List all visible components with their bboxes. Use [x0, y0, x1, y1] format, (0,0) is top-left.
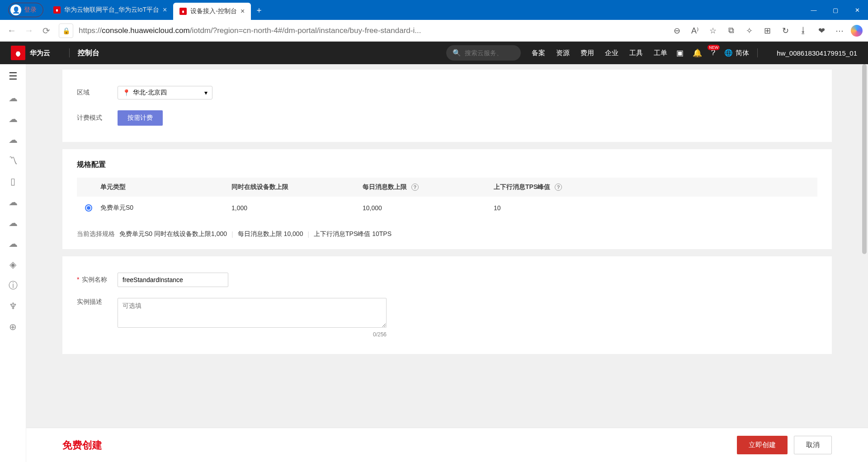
cloud-down-icon[interactable]: ☁: [7, 239, 19, 249]
device-icon[interactable]: ▯: [7, 176, 19, 186]
th-unit-type: 单元类型: [100, 183, 231, 191]
browser-tab-inactive[interactable]: 华为云物联网平台_华为云IoT平台 ×: [47, 0, 173, 20]
summary-seg: 上下行消息TPS峰值 10TPS: [314, 230, 392, 238]
instance-desc-textarea[interactable]: [118, 298, 387, 328]
panel-spec: 规格配置 单元类型 同时在线设备数上限 每日消息数上限 ? 上下行消息TPS峰值…: [62, 149, 832, 249]
create-button[interactable]: 立即创建: [737, 436, 788, 454]
close-icon[interactable]: ×: [241, 7, 245, 15]
collections-icon[interactable]: ⊞: [760, 26, 774, 36]
close-icon[interactable]: ×: [163, 6, 167, 14]
location-icon: 📍: [123, 89, 130, 96]
td-max-online: 1,000: [231, 204, 363, 212]
user-label[interactable]: hw_008618304179915_01: [777, 49, 857, 57]
tab-title: 设备接入-控制台: [190, 7, 237, 15]
panel-basic: 区域 📍华北-北京四 ▾ 计费模式 按需计费: [62, 70, 832, 142]
downloads-icon[interactable]: ⭳: [797, 26, 810, 35]
divider: [757, 48, 758, 57]
billing-label: 计费模式: [77, 114, 118, 122]
td-unit-type: 免费单元S0: [100, 204, 231, 212]
td-max-daily-msg: 10,000: [363, 204, 494, 212]
new-tab-button[interactable]: ＋: [251, 0, 267, 20]
globe-icon: 🌐: [724, 49, 733, 57]
cloud-dots-icon[interactable]: ☁: [7, 114, 19, 124]
spec-table-row[interactable]: 免费单元S0 1,000 10,000 10: [77, 197, 817, 219]
extensions-icon[interactable]: ❤: [815, 26, 828, 36]
footer-title: 免费创建: [62, 438, 102, 452]
nav-cost[interactable]: 费用: [580, 49, 594, 57]
chevron-down-icon: ▾: [204, 89, 208, 96]
nav-beian[interactable]: 备案: [532, 49, 545, 57]
nav-enterprise[interactable]: 企业: [605, 49, 618, 57]
globe-icon[interactable]: ⊕: [7, 322, 19, 332]
cancel-button[interactable]: 取消: [794, 436, 832, 454]
char-counter: 0/256: [118, 331, 387, 338]
monitor-icon[interactable]: 〽: [7, 156, 19, 165]
history-icon[interactable]: ↻: [778, 26, 792, 36]
cloud-search[interactable]: 🔍: [446, 45, 521, 61]
console-label[interactable]: 控制台: [78, 48, 99, 58]
browser-tab-strip: 👤 登录 华为云物联网平台_华为云IoT平台 × 设备接入-控制台 × ＋ ― …: [0, 0, 868, 20]
th-max-online: 同时在线设备数上限: [231, 183, 363, 191]
cloud-header: 华为云 控制台 🔍 备案 资源 费用 企业 工具 工单 ▣ 🔔 ?NEW 🌐 简…: [0, 42, 868, 64]
language-switch[interactable]: 🌐 简体: [724, 49, 749, 57]
window-minimize-icon[interactable]: ―: [803, 0, 825, 20]
more-icon[interactable]: ⋯: [833, 26, 846, 36]
help-icon[interactable]: ?NEW: [711, 48, 715, 57]
scrollbar[interactable]: [862, 64, 867, 428]
window-maximize-icon[interactable]: ▢: [825, 0, 846, 20]
split-screen-icon[interactable]: ⧉: [724, 26, 738, 35]
huawei-favicon-icon: [179, 8, 187, 15]
spec-title: 规格配置: [77, 160, 817, 170]
back-icon[interactable]: ←: [5, 25, 18, 36]
help-circle-icon[interactable]: ?: [555, 184, 562, 191]
cloud-up-icon[interactable]: ☁: [7, 218, 19, 228]
login-label: 登录: [24, 6, 37, 14]
network-icon[interactable]: ♆: [7, 301, 19, 311]
lang-label: 简体: [736, 49, 749, 57]
new-badge: NEW: [708, 45, 720, 50]
scrollbar-thumb[interactable]: [862, 64, 867, 254]
read-aloud-icon[interactable]: A⁾: [688, 26, 702, 36]
help-circle-icon[interactable]: ?: [411, 184, 419, 191]
login-pill[interactable]: 👤 登录: [8, 3, 43, 17]
terminal-icon[interactable]: ▣: [676, 48, 684, 58]
search-input[interactable]: [465, 49, 514, 57]
ip-icon[interactable]: ⓘ: [7, 280, 19, 290]
avatar-icon: 👤: [10, 5, 21, 15]
spec-table-head: 单元类型 同时在线设备数上限 每日消息数上限 ? 上下行消息TPS峰值 ?: [77, 178, 817, 197]
url-text: https://console.huaweicloud.com/iotdm/?r…: [79, 26, 421, 35]
copilot-icon[interactable]: [851, 25, 863, 37]
summary-seg: 免费单元S0 同时在线设备数上限1,000: [119, 230, 227, 238]
cloud-plain-icon[interactable]: ☁: [7, 197, 19, 207]
tab-title: 华为云物联网平台_华为云IoT平台: [64, 6, 159, 14]
huawei-favicon-icon: [53, 6, 61, 14]
address-bar[interactable]: 🔒 https://console.huaweicloud.com/iotdm/…: [57, 24, 665, 38]
nav-workorder[interactable]: 工单: [654, 49, 667, 57]
bell-icon[interactable]: 🔔: [693, 48, 702, 58]
cloud-db-icon[interactable]: ☁: [7, 135, 19, 145]
zoom-icon[interactable]: ⊖: [670, 26, 684, 36]
window-close-icon[interactable]: ✕: [846, 0, 868, 20]
site-info-icon[interactable]: 🔒: [59, 24, 73, 38]
favorite-icon[interactable]: ☆: [706, 26, 720, 36]
instance-name-input[interactable]: [118, 273, 228, 287]
summary-label: 当前选择规格: [77, 230, 115, 238]
forward-icon: →: [23, 25, 35, 36]
menu-toggle-icon[interactable]: ☰: [9, 71, 18, 82]
brand-label[interactable]: 华为云: [30, 49, 50, 57]
billing-mode-button[interactable]: 按需计费: [118, 110, 163, 126]
nav-resource[interactable]: 资源: [556, 49, 570, 57]
refresh-icon[interactable]: ⟳: [40, 25, 52, 36]
send-icon[interactable]: ◈: [7, 259, 19, 269]
radio-selected-icon[interactable]: [85, 204, 92, 212]
region-select[interactable]: 📍华北-北京四 ▾: [118, 86, 212, 99]
browser-toolbar: ← → ⟳ 🔒 https://console.huaweicloud.com/…: [0, 20, 868, 42]
cloud-outline-icon[interactable]: ☁: [7, 93, 19, 103]
favorites-bar-icon[interactable]: ✧: [742, 26, 756, 36]
region-label: 区域: [77, 89, 118, 97]
content-area: 区域 📍华北-北京四 ▾ 计费模式 按需计费 规格配置 单元类型 同时在线设备数…: [26, 64, 868, 462]
nav-tool[interactable]: 工具: [629, 49, 643, 57]
instance-desc-label: 实例描述: [77, 298, 118, 306]
browser-tab-active[interactable]: 设备接入-控制台 ×: [173, 3, 251, 20]
huawei-logo-icon: [11, 46, 25, 60]
